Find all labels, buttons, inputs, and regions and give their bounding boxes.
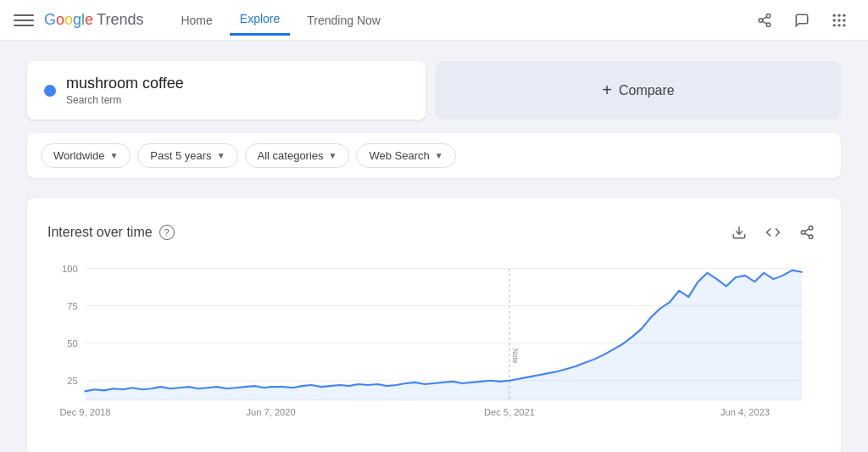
svg-text:50: 50	[67, 338, 77, 349]
search-dot	[44, 85, 56, 97]
svg-text:Dec 5, 2021: Dec 5, 2021	[484, 407, 535, 417]
svg-point-15	[809, 226, 813, 231]
chart-area: 100 75 50 25 Note Dec 9, 2018 Jun 7, 202…	[47, 259, 821, 438]
chart-header: Interest over time ?	[47, 219, 821, 246]
menu-icon[interactable]	[14, 10, 34, 31]
chart-card: Interest over time ?	[27, 198, 841, 452]
svg-point-9	[837, 19, 840, 21]
search-term-text: mushroom coffee	[66, 75, 184, 92]
svg-point-6	[837, 14, 840, 16]
svg-text:Jun 7, 2020: Jun 7, 2020	[247, 407, 296, 417]
svg-point-1	[759, 18, 763, 22]
search-term-info: mushroom coffee Search term	[66, 75, 184, 106]
filter-time[interactable]: Past 5 years ▼	[137, 143, 237, 168]
compare-card[interactable]: + Compare	[436, 61, 841, 120]
svg-point-2	[766, 23, 771, 27]
svg-line-19	[804, 229, 809, 232]
svg-point-10	[843, 19, 845, 21]
svg-text:25: 25	[67, 376, 77, 386]
apps-icon[interactable]	[824, 5, 854, 36]
svg-line-4	[762, 16, 766, 19]
nav-explore[interactable]: Explore	[230, 5, 290, 36]
svg-point-17	[809, 235, 813, 239]
chevron-down-icon: ▼	[435, 151, 443, 160]
chevron-down-icon: ▼	[329, 151, 337, 160]
header-right	[749, 5, 854, 36]
svg-point-5	[833, 14, 836, 16]
svg-point-8	[833, 19, 836, 21]
filter-location[interactable]: Worldwide ▼	[41, 143, 131, 168]
trend-chart: 100 75 50 25 Note Dec 9, 2018 Jun 7, 202…	[47, 259, 821, 438]
svg-point-11	[833, 24, 836, 26]
svg-text:100: 100	[62, 264, 78, 274]
share-chart-icon[interactable]	[793, 219, 821, 246]
chart-actions	[726, 219, 821, 246]
filter-category[interactable]: All categories ▼	[245, 143, 350, 168]
feedback-icon[interactable]	[787, 5, 817, 36]
help-icon[interactable]: ?	[159, 225, 175, 240]
search-area: mushroom coffee Search term + Compare	[27, 61, 841, 120]
svg-point-13	[843, 24, 845, 26]
svg-line-3	[762, 21, 766, 24]
svg-text:75: 75	[67, 301, 77, 311]
chevron-down-icon: ▼	[109, 151, 118, 160]
download-chart-icon[interactable]	[726, 219, 753, 246]
compare-plus: +	[602, 81, 612, 100]
svg-text:Jun 4, 2023: Jun 4, 2023	[721, 407, 770, 417]
header-left: Google Trends Home Explore Trending Now	[14, 5, 391, 36]
main-nav: Home Explore Trending Now	[170, 5, 390, 36]
chart-title: Interest over time	[47, 225, 153, 240]
nav-trending-now[interactable]: Trending Now	[297, 5, 391, 36]
svg-point-0	[766, 14, 771, 18]
share-header-icon[interactable]	[749, 5, 780, 36]
svg-point-16	[801, 231, 805, 235]
filters-bar: Worldwide ▼ Past 5 years ▼ All categorie…	[27, 133, 841, 178]
svg-line-18	[804, 233, 809, 236]
svg-text:Note: Note	[511, 349, 520, 364]
google-trends-logo: Google Trends	[44, 11, 143, 29]
header: Google Trends Home Explore Trending Now	[0, 0, 868, 41]
search-term-label: Search term	[66, 94, 184, 106]
compare-label: Compare	[619, 83, 675, 98]
filter-search-type[interactable]: Web Search ▼	[356, 143, 455, 168]
svg-point-7	[843, 14, 845, 16]
nav-home[interactable]: Home	[170, 5, 222, 36]
svg-point-12	[837, 24, 840, 26]
main-content: mushroom coffee Search term + Compare Wo…	[0, 41, 868, 452]
chevron-down-icon: ▼	[217, 151, 225, 160]
search-term-card[interactable]: mushroom coffee Search term	[27, 61, 426, 120]
svg-text:Dec 9, 2018: Dec 9, 2018	[60, 407, 111, 417]
embed-chart-icon[interactable]	[760, 219, 787, 246]
